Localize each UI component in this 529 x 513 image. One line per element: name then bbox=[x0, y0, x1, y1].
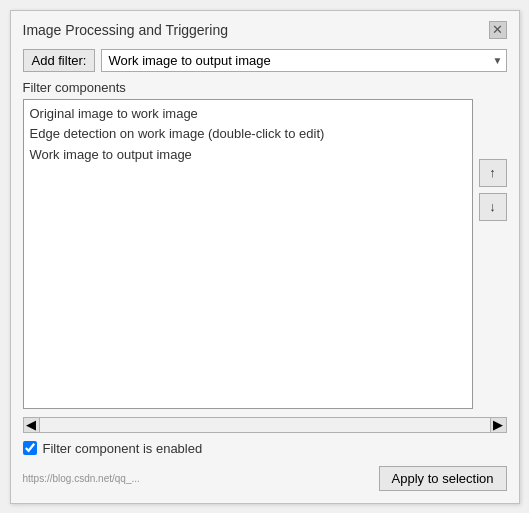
bottom-row: https://blog.csdn.net/qq_... Apply to se… bbox=[23, 466, 507, 491]
checkbox-row: Filter component is enabled bbox=[23, 441, 507, 456]
close-button[interactable]: ✕ bbox=[489, 21, 507, 39]
move-up-button[interactable]: ↑ bbox=[479, 159, 507, 187]
apply-button[interactable]: Apply to selection bbox=[379, 466, 507, 491]
arrow-buttons: ↑ ↓ bbox=[479, 99, 507, 409]
add-filter-row: Add filter: Work image to output image O… bbox=[23, 49, 507, 72]
list-item: Edge detection on work image (double-cli… bbox=[30, 124, 466, 145]
watermark-text: https://blog.csdn.net/qq_... bbox=[23, 473, 140, 484]
filter-type-select[interactable]: Work image to output image Original imag… bbox=[101, 49, 506, 72]
dialog-title: Image Processing and Triggering bbox=[23, 22, 228, 38]
scroll-right-icon: ▶ bbox=[493, 417, 503, 432]
list-item: Original image to work image bbox=[30, 104, 466, 125]
scroll-left-icon: ◀ bbox=[26, 417, 36, 432]
move-down-button[interactable]: ↓ bbox=[479, 193, 507, 221]
main-area: Original image to work image Edge detect… bbox=[23, 99, 507, 409]
filter-type-select-wrapper: Work image to output image Original imag… bbox=[101, 49, 506, 72]
filter-enabled-label: Filter component is enabled bbox=[43, 441, 203, 456]
arrow-up-icon: ↑ bbox=[489, 165, 496, 180]
filter-components-label: Filter components bbox=[23, 80, 507, 95]
arrow-down-icon: ↓ bbox=[489, 199, 496, 214]
main-dialog: Image Processing and Triggering ✕ Add fi… bbox=[10, 10, 520, 504]
list-item: Work image to output image bbox=[30, 145, 466, 166]
title-bar: Image Processing and Triggering ✕ bbox=[23, 21, 507, 39]
scroll-right-button[interactable]: ▶ bbox=[490, 418, 506, 432]
filter-enabled-checkbox[interactable] bbox=[23, 441, 37, 455]
scroll-left-button[interactable]: ◀ bbox=[24, 418, 40, 432]
horizontal-scrollbar[interactable]: ◀ ▶ bbox=[23, 417, 507, 433]
filter-list[interactable]: Original image to work image Edge detect… bbox=[23, 99, 473, 409]
add-filter-button[interactable]: Add filter: bbox=[23, 49, 96, 72]
